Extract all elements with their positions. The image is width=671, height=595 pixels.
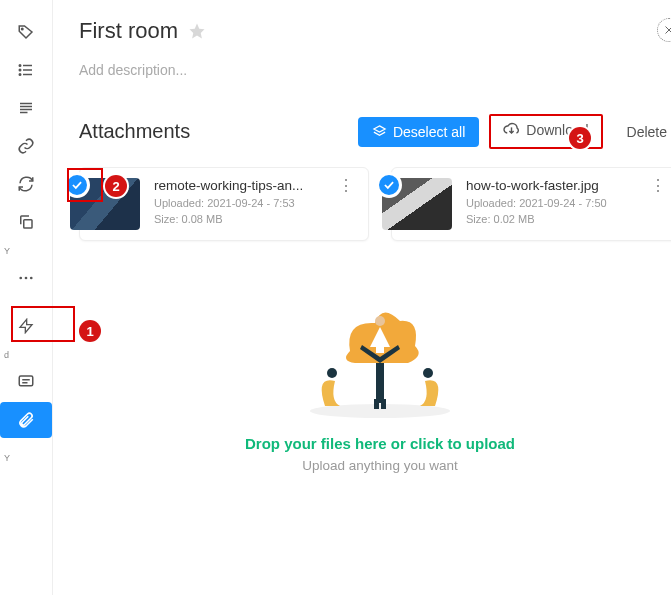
svg-marker-21 [190, 24, 205, 39]
favorite-star-icon[interactable] [188, 22, 206, 40]
annotation-callout: 2 [105, 175, 127, 197]
svg-point-12 [19, 277, 22, 280]
attachment-filename: how-to-work-faster.jpg [466, 178, 636, 193]
attachment-size: Size: 0.08 MB [154, 213, 326, 225]
deselect-label: Deselect all [393, 124, 465, 140]
attachment-card[interactable]: how-to-work-faster.jpg Uploaded: 2021-09… [391, 167, 671, 241]
dropzone-title: Drop your files here or click to upload [79, 435, 671, 452]
selected-check-icon[interactable] [376, 172, 402, 198]
attachment-uploaded: Uploaded: 2021-09-24 - 7:53 [154, 197, 326, 209]
dropzone[interactable]: Drop your files here or click to upload … [79, 291, 671, 473]
attachment-filename: remote-working-tips-an... [154, 178, 324, 193]
attachment-list: remote-working-tips-an... Uploaded: 2021… [79, 167, 671, 241]
delete-button[interactable]: Delete [613, 117, 671, 147]
sidebar: Y d Y [0, 0, 53, 595]
sidebar-bolt-icon[interactable] [8, 308, 44, 344]
svg-rect-16 [19, 376, 33, 386]
sidebar-refresh-icon[interactable] [8, 166, 44, 202]
svg-rect-29 [376, 363, 384, 403]
upload-illustration [290, 291, 470, 421]
sidebar-more-icon[interactable] [8, 260, 44, 296]
sidebar-copy-icon[interactable] [8, 204, 44, 240]
attachment-menu-icon[interactable]: ⋮ [334, 178, 360, 188]
svg-point-26 [423, 368, 433, 378]
attachment-menu-icon[interactable]: ⋮ [646, 178, 671, 188]
svg-rect-11 [24, 220, 32, 228]
page-title: First room [79, 18, 178, 44]
attachment-uploaded: Uploaded: 2021-09-24 - 7:50 [466, 197, 638, 209]
svg-marker-15 [20, 319, 32, 332]
selected-check-icon[interactable] [64, 172, 90, 198]
annotation-callout: 1 [79, 320, 101, 342]
sidebar-group-label: Y [0, 449, 11, 465]
sidebar-list-icon[interactable] [8, 52, 44, 88]
svg-point-14 [30, 277, 33, 280]
svg-point-30 [375, 316, 385, 326]
attachment-size: Size: 0.02 MB [466, 213, 638, 225]
svg-point-0 [22, 28, 24, 30]
delete-label: Delete [627, 124, 667, 140]
sidebar-attachment-icon[interactable] [0, 402, 52, 438]
svg-point-4 [19, 65, 21, 67]
svg-rect-32 [381, 399, 386, 409]
svg-marker-22 [374, 126, 385, 132]
sidebar-tag-icon[interactable] [8, 14, 44, 50]
svg-point-5 [19, 69, 21, 71]
sidebar-group-label: d [0, 346, 10, 362]
description-input[interactable]: Add description... [79, 62, 671, 78]
svg-point-24 [310, 404, 450, 418]
svg-rect-28 [376, 341, 384, 353]
attachments-heading: Attachments [79, 120, 190, 143]
svg-point-25 [327, 368, 337, 378]
sidebar-link-icon[interactable] [8, 128, 44, 164]
main-panel: First room Add description... Attachment… [53, 0, 671, 595]
annotation-callout: 3 [569, 127, 591, 149]
svg-point-13 [25, 277, 28, 280]
sidebar-group-label: Y [0, 242, 11, 258]
action-bar: Deselect all Download Delete [358, 114, 671, 149]
svg-point-6 [19, 74, 21, 76]
sidebar-comment-icon[interactable] [8, 364, 44, 400]
deselect-all-button[interactable]: Deselect all [358, 117, 479, 147]
dropzone-subtitle: Upload anything you want [79, 458, 671, 473]
svg-rect-31 [374, 399, 379, 409]
sidebar-text-icon[interactable] [8, 90, 44, 126]
